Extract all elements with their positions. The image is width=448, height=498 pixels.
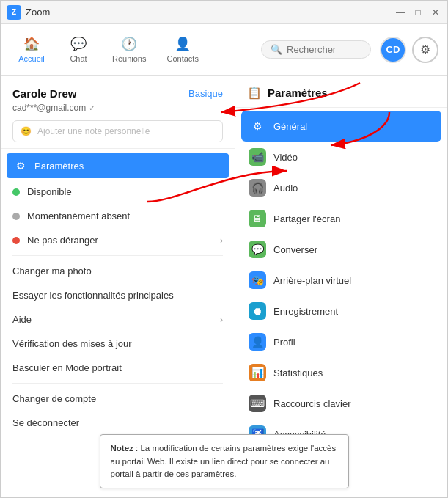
menu-item-settings[interactable]: ⚙ Paramètres — [7, 153, 229, 178]
user-avatar[interactable]: CD — [380, 37, 406, 63]
search-input[interactable] — [287, 44, 361, 55]
available-status-dot — [12, 188, 20, 196]
nav-label-chat: Chat — [70, 54, 87, 63]
settings-item-general[interactable]: ⚙ Général — [241, 111, 441, 142]
share-settings-icon: 🖥 — [249, 210, 266, 227]
chat-settings-icon: 💬 — [249, 241, 266, 258]
close-button[interactable]: ✕ — [430, 7, 441, 18]
settings-item-chat[interactable]: 💬 Converser — [241, 234, 441, 265]
stats-label: Statistiques — [273, 367, 323, 378]
nav-item-home[interactable]: 🏠 Accueil — [10, 32, 54, 67]
away-label: Momentanément absent — [27, 210, 130, 221]
email-text: cad***@gmail.com — [12, 103, 86, 113]
chat-icon: 💬 — [70, 36, 87, 52]
general-label: Général — [273, 121, 307, 132]
menu-item-try-features[interactable]: Essayer les fonctionnalités principales — [1, 283, 235, 307]
email-verified-icon: ✓ — [89, 103, 95, 113]
home-icon: 🏠 — [23, 36, 40, 52]
menu-item-check-updates[interactable]: Vérification des mises à jour — [1, 332, 235, 356]
window-title: Zoom — [26, 7, 50, 18]
audio-settings-icon: 🎧 — [249, 179, 266, 197]
menu-item-available[interactable]: Disponible — [1, 180, 235, 204]
record-settings-icon: ⏺ — [249, 302, 266, 320]
settings-item-record[interactable]: ⏺ Enregistrement — [241, 296, 441, 326]
note-placeholder: Ajouter une note personnelle — [37, 126, 150, 136]
menu-item-away[interactable]: Momentanément absent — [1, 204, 235, 228]
menu-divider-2 — [12, 383, 223, 384]
note-label: Notez — [111, 444, 133, 453]
settings-item-video[interactable]: 📹 Vidéo — [241, 142, 441, 172]
away-status-dot — [12, 213, 20, 220]
nav-label-meetings: Réunions — [112, 54, 146, 63]
bg-label: Arrière-plan virtuel — [273, 275, 351, 286]
settings-gear-button[interactable]: ⚙ — [412, 37, 438, 63]
settings-item-stats[interactable]: 📊 Statistiques — [241, 357, 441, 388]
user-header: Carole Drew Basique cad***@gmail.com ✓ 😊… — [1, 76, 235, 149]
user-badge: Basique — [188, 88, 223, 99]
chat-label: Converser — [273, 244, 317, 255]
general-settings-icon: ⚙ — [249, 117, 266, 135]
settings-item-profile[interactable]: 👤 Profil — [241, 326, 441, 357]
maximize-button[interactable]: □ — [412, 7, 424, 18]
note-text: : La modification de certains paramètres… — [111, 444, 337, 478]
nav-label-contacts: Contacts — [166, 54, 198, 63]
profile-settings-icon: 👤 — [249, 333, 266, 351]
settings-item-keyboard[interactable]: ⌨ Raccourcis clavier — [241, 388, 441, 419]
profile-label: Profil — [273, 337, 295, 348]
nav-bar: 🏠 Accueil 💬 Chat 🕐 Réunions 👤 Contacts 🔍… — [1, 24, 447, 76]
help-chevron-icon: › — [220, 315, 223, 325]
settings-item-bg[interactable]: 🎭 Arrière-plan virtuel — [241, 265, 441, 296]
user-name-row: Carole Drew Basique — [12, 87, 223, 100]
menu-item-dnd[interactable]: Ne pas déranger › — [1, 228, 235, 252]
window-controls: — □ ✕ — [394, 7, 441, 18]
zoom-logo: Z — [7, 5, 21, 20]
nav-label-home: Accueil — [18, 54, 44, 63]
contacts-icon: 👤 — [175, 36, 191, 52]
menu-divider-1 — [12, 255, 223, 256]
note-icon: 😊 — [21, 126, 32, 136]
menu-item-help[interactable]: Aide › — [1, 307, 235, 332]
available-label: Disponible — [27, 186, 72, 197]
settings-header: 📋 Paramètres — [235, 76, 447, 108]
settings-header-icon: 📋 — [247, 86, 262, 100]
record-label: Enregistrement — [273, 306, 338, 317]
nav-item-contacts[interactable]: 👤 Contacts — [158, 32, 207, 67]
settings-menu-label: Paramètres — [34, 161, 84, 172]
menu-item-logout[interactable]: Se déconnecter — [1, 411, 235, 435]
note-box: Notez : La modification de certains para… — [100, 434, 349, 488]
audio-label: Audio — [273, 183, 298, 194]
nav-item-chat[interactable]: 💬 Chat — [56, 32, 100, 67]
search-icon: 🔍 — [271, 44, 282, 55]
dnd-chevron-icon: › — [220, 235, 223, 246]
search-bar: 🔍 — [261, 40, 371, 59]
menu-list: ⚙ Paramètres Disponible Momentanément ab… — [1, 149, 235, 438]
help-label: Aide — [12, 314, 32, 325]
meetings-icon: 🕐 — [121, 36, 137, 52]
nav-item-meetings[interactable]: 🕐 Réunions — [103, 32, 155, 67]
note-input-area[interactable]: 😊 Ajouter une note personnelle — [12, 120, 223, 142]
dnd-status-dot — [12, 237, 20, 244]
settings-item-share[interactable]: 🖥 Partager l'écran — [241, 203, 441, 234]
stats-settings-icon: 📊 — [249, 364, 266, 381]
user-name: Carole Drew — [12, 87, 77, 100]
dnd-label: Ne pas déranger — [27, 235, 98, 246]
zoom-window: Z Zoom — □ ✕ 🏠 Accueil 💬 Chat 🕐 Réunions… — [0, 0, 448, 498]
title-bar: Z Zoom — □ ✕ — [1, 1, 447, 24]
keyboard-label: Raccourcis clavier — [273, 398, 350, 409]
minimize-button[interactable]: — — [394, 7, 406, 18]
menu-item-change-photo[interactable]: Changer ma photo — [1, 259, 235, 283]
settings-item-audio[interactable]: 🎧 Audio — [241, 172, 441, 203]
title-bar-left: Z Zoom — [7, 5, 50, 20]
settings-title: Paramètres — [268, 87, 328, 99]
video-label: Vidéo — [273, 152, 298, 163]
settings-menu-icon: ⚙ — [14, 160, 27, 172]
settings-list: ⚙ Général 📹 Vidéo 🎧 Audio 🖥 Partager l'é… — [235, 108, 447, 453]
menu-item-switch-account[interactable]: Changer de compte — [1, 387, 235, 411]
video-settings-icon: 📹 — [249, 148, 266, 166]
bg-settings-icon: 🎭 — [249, 271, 266, 289]
avatar-initials: CD — [386, 44, 400, 55]
keyboard-settings-icon: ⌨ — [249, 395, 266, 412]
user-email: cad***@gmail.com ✓ — [12, 103, 223, 113]
share-label: Partager l'écran — [273, 213, 340, 224]
menu-item-portrait[interactable]: Basculer en Mode portrait — [1, 356, 235, 380]
